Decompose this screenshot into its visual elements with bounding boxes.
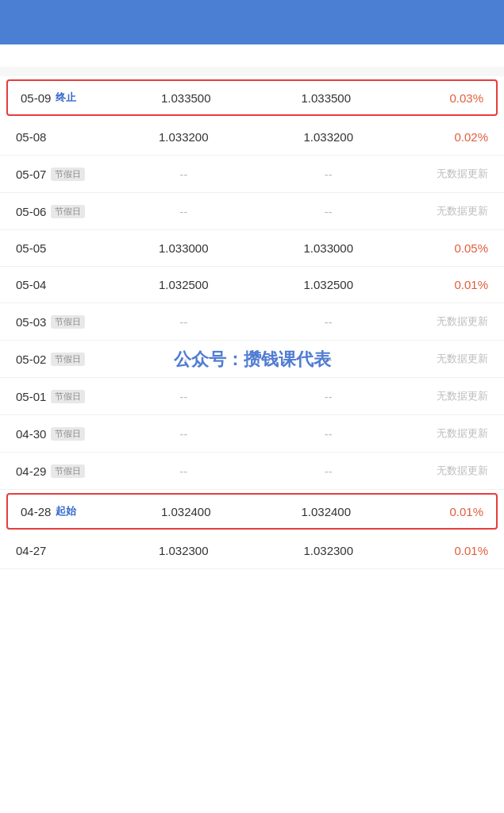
row-wrapper-05-09: 05-09终止1.0335001.0335000.03%	[0, 79, 504, 116]
row-tag: 节假日	[51, 205, 85, 218]
cell-daily-change: 无数据更新	[401, 426, 488, 441]
table-row: 05-07节假日----无数据更新	[0, 156, 504, 193]
table-row: 05-041.0325001.0325000.01%	[0, 267, 504, 303]
date-value: 05-02	[16, 353, 46, 366]
table-row: 05-06节假日----无数据更新	[0, 193, 504, 230]
header	[0, 0, 504, 44]
cell-daily-change: 0.03%	[396, 91, 483, 105]
table-row: 05-03节假日----无数据更新	[0, 303, 504, 341]
cell-daily-change: 0.01%	[401, 544, 488, 557]
cell-accum-nav: --	[256, 390, 402, 403]
row-wrapper-05-07: 05-07节假日----无数据更新	[0, 156, 504, 193]
cell-unit-nav: --	[111, 353, 256, 366]
table-row: 04-28起始1.0324001.0324000.01%	[6, 493, 498, 530]
cell-date: 04-29节假日	[16, 464, 111, 478]
cell-date: 04-28起始	[21, 504, 116, 518]
row-wrapper-05-06: 05-06节假日----无数据更新	[0, 193, 504, 230]
cell-date: 04-27	[16, 544, 111, 557]
year-label	[0, 67, 504, 76]
table-row: 04-271.0323001.0323000.01%	[0, 533, 504, 569]
row-wrapper-05-02: 05-02节假日----无数据更新公众号：攒钱课代表	[0, 341, 504, 378]
row-wrapper-04-27: 04-271.0323001.0323000.01%	[0, 533, 504, 569]
date-value: 05-05	[16, 241, 46, 255]
cell-unit-nav: --	[111, 427, 256, 441]
cell-unit-nav: --	[111, 390, 256, 403]
cell-date: 05-09终止	[21, 91, 116, 105]
cell-accum-nav: --	[256, 315, 402, 329]
row-wrapper-04-28: 04-28起始1.0324001.0324000.01%	[0, 493, 504, 530]
cell-unit-nav: --	[111, 205, 256, 218]
row-tag: 节假日	[51, 427, 85, 441]
cell-unit-nav: 1.033200	[111, 130, 256, 144]
cell-date: 05-08	[16, 130, 111, 144]
table-row: 05-02节假日----无数据更新	[0, 341, 504, 378]
cell-daily-change: 0.01%	[396, 505, 483, 518]
date-value: 05-07	[16, 168, 46, 181]
cell-daily-change: 0.02%	[401, 130, 488, 144]
row-tag: 节假日	[51, 168, 85, 181]
cell-accum-nav: --	[256, 205, 402, 218]
date-value: 05-09	[21, 91, 51, 105]
cell-date: 05-03节假日	[16, 315, 111, 329]
cell-accum-nav: 1.033500	[256, 91, 397, 105]
cell-date: 05-05	[16, 241, 111, 255]
row-wrapper-05-08: 05-081.0332001.0332000.02%	[0, 119, 504, 156]
date-value: 05-08	[16, 130, 46, 144]
row-wrapper-05-01: 05-01节假日----无数据更新	[0, 378, 504, 415]
row-tag: 终止	[56, 91, 76, 105]
cell-date: 05-04	[16, 278, 111, 291]
table-row: 05-081.0332001.0332000.02%	[0, 119, 504, 156]
date-value: 04-30	[16, 427, 46, 441]
date-value: 05-06	[16, 205, 46, 218]
cell-daily-change: 无数据更新	[401, 352, 488, 366]
cell-unit-nav: 1.033000	[111, 241, 256, 255]
cell-accum-nav: 1.033000	[256, 241, 402, 255]
cell-unit-nav: 1.032400	[116, 505, 256, 518]
cell-unit-nav: --	[111, 315, 256, 329]
cell-date: 05-06节假日	[16, 205, 111, 218]
cell-unit-nav: --	[111, 464, 256, 478]
cell-accum-nav: 1.033200	[256, 130, 402, 144]
date-value: 04-29	[16, 464, 46, 478]
date-value: 05-04	[16, 278, 46, 291]
cell-accum-nav: --	[256, 464, 402, 478]
rows-container: 05-09终止1.0335001.0335000.03%05-081.03320…	[0, 79, 504, 569]
row-wrapper-05-03: 05-03节假日----无数据更新	[0, 303, 504, 341]
row-wrapper-04-30: 04-30节假日----无数据更新	[0, 415, 504, 453]
cell-daily-change: 无数据更新	[401, 167, 488, 181]
row-wrapper-05-04: 05-041.0325001.0325000.01%	[0, 267, 504, 303]
row-tag: 节假日	[51, 353, 85, 366]
cell-daily-change: 0.01%	[401, 278, 488, 291]
table-row: 05-01节假日----无数据更新	[0, 378, 504, 415]
table-row: 05-09终止1.0335001.0335000.03%	[6, 79, 498, 116]
cell-accum-nav: --	[256, 427, 402, 441]
cell-unit-nav: 1.033500	[116, 91, 256, 105]
row-wrapper-05-05: 05-051.0330001.0330000.05%	[0, 230, 504, 267]
cell-accum-nav: 1.032500	[256, 278, 402, 291]
cell-accum-nav: --	[256, 353, 402, 366]
date-value: 05-03	[16, 315, 46, 329]
row-tag: 起始	[56, 504, 76, 518]
cell-date: 05-01节假日	[16, 390, 111, 403]
table-row: 05-051.0330001.0330000.05%	[0, 230, 504, 267]
cell-date: 05-07节假日	[16, 168, 111, 181]
table-row: 04-30节假日----无数据更新	[0, 415, 504, 453]
cell-date: 05-02节假日	[16, 353, 111, 366]
row-tag: 节假日	[51, 390, 85, 403]
date-value: 04-27	[16, 544, 46, 557]
cell-accum-nav: --	[256, 168, 402, 181]
cell-unit-nav: 1.032300	[111, 544, 256, 557]
row-tag: 节假日	[51, 315, 85, 329]
table-row: 04-29节假日----无数据更新	[0, 453, 504, 490]
cell-accum-nav: 1.032300	[256, 544, 402, 557]
cell-daily-change: 无数据更新	[401, 389, 488, 403]
row-tag: 节假日	[51, 464, 85, 478]
row-wrapper-04-29: 04-29节假日----无数据更新	[0, 453, 504, 490]
date-value: 04-28	[21, 505, 51, 518]
cell-daily-change: 0.05%	[401, 241, 488, 255]
cell-date: 04-30节假日	[16, 427, 111, 441]
cell-accum-nav: 1.032400	[256, 505, 397, 518]
cell-unit-nav: 1.032500	[111, 278, 256, 291]
cell-daily-change: 无数据更新	[401, 314, 488, 329]
cell-unit-nav: --	[111, 168, 256, 181]
